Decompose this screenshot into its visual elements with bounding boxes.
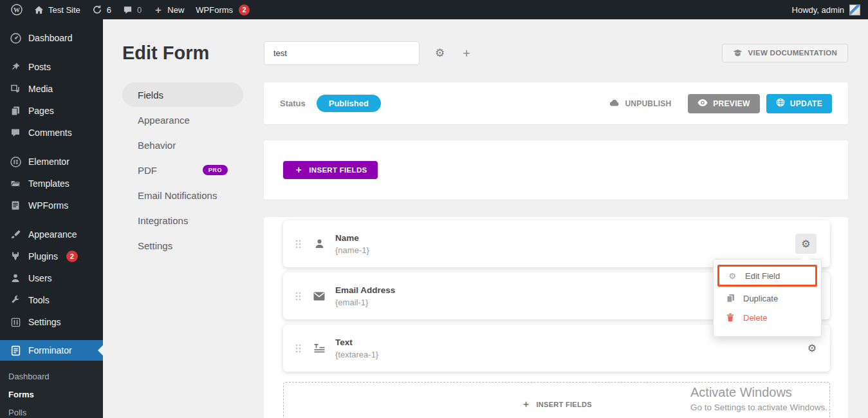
sidebar-item-comments[interactable]: Comments bbox=[0, 122, 103, 144]
update-button[interactable]: UPDATE bbox=[766, 94, 832, 113]
new-content-menu[interactable]: ＋ New bbox=[147, 0, 190, 19]
sidebar-item-label: Posts bbox=[28, 62, 51, 72]
insert-fields-button[interactable]: ＋ INSERT FIELDS bbox=[283, 161, 378, 179]
comments-menu[interactable]: 0 bbox=[117, 0, 147, 19]
tab-fields[interactable]: Fields bbox=[122, 82, 243, 107]
sidebar-item-elementor[interactable]: Elementor bbox=[0, 151, 103, 173]
comments-icon bbox=[9, 128, 22, 138]
field-options-gear-icon[interactable]: ⚙ bbox=[808, 342, 817, 354]
preview-button[interactable]: PREVIEW bbox=[688, 94, 759, 113]
tab-email-notifications[interactable]: Email Notifications bbox=[122, 183, 243, 207]
tab-behavior[interactable]: Behavior bbox=[122, 133, 243, 157]
sidebar-item-label: Elementor bbox=[28, 157, 69, 167]
submenu-item-dashboard[interactable]: Dashboard bbox=[0, 367, 103, 385]
wp-logo-menu[interactable]: W bbox=[5, 0, 28, 19]
unpublish-button[interactable]: UNPUBLISH bbox=[609, 99, 671, 108]
tab-appearance[interactable]: Appearance bbox=[122, 108, 243, 132]
field-list-card: Name {name-1} ⚙ ⚙ Edit Field bbox=[264, 217, 848, 418]
status-bar: Status Published UNPUBLISH PREVIEW bbox=[264, 82, 848, 124]
sidebar-item-posts[interactable]: Posts bbox=[0, 56, 103, 78]
home-icon bbox=[34, 5, 44, 15]
field-row-name: Name {name-1} ⚙ ⚙ Edit Field bbox=[283, 220, 830, 267]
status-label: Status bbox=[280, 99, 306, 108]
elementor-icon bbox=[9, 157, 22, 167]
user-icon bbox=[311, 238, 327, 249]
pages-icon bbox=[9, 106, 22, 116]
sliders-icon bbox=[9, 318, 22, 327]
drag-handle-icon[interactable] bbox=[295, 239, 302, 249]
pin-icon bbox=[9, 62, 22, 72]
sidebar-item-pages[interactable]: Pages bbox=[0, 100, 103, 122]
admin-sidebar: Dashboard Posts Media Pages Comments Ele… bbox=[0, 19, 103, 418]
updates-menu[interactable]: 6 bbox=[86, 0, 117, 19]
sidebar-item-media[interactable]: Media bbox=[0, 78, 103, 100]
sidebar-item-settings[interactable]: Settings bbox=[0, 311, 103, 333]
folder-icon bbox=[9, 178, 22, 189]
sidebar-item-label: Users bbox=[28, 273, 52, 283]
field-label: Text bbox=[335, 337, 378, 347]
site-name-menu[interactable]: Test Site bbox=[28, 0, 86, 19]
sidebar-item-label: Plugins bbox=[28, 251, 58, 261]
sidebar-item-appearance[interactable]: Appearance bbox=[0, 223, 103, 245]
submenu-item-forms[interactable]: Forms bbox=[0, 385, 103, 403]
drag-handle-icon[interactable] bbox=[295, 343, 302, 354]
trash-icon bbox=[726, 313, 735, 322]
unpublish-label: UNPUBLISH bbox=[625, 99, 671, 108]
view-documentation-label: VIEW DOCUMENTATION bbox=[748, 49, 838, 57]
comment-bubble-icon bbox=[123, 5, 133, 15]
sidebar-item-label: Forminator bbox=[28, 345, 72, 356]
sidebar-item-tools[interactable]: Tools bbox=[0, 289, 103, 311]
sidebar-item-forminator[interactable]: Forminator bbox=[0, 340, 103, 361]
edit-field-highlight: ⚙ Edit Field bbox=[717, 265, 817, 287]
page-title: Edit Form bbox=[122, 43, 264, 64]
sidebar-item-label: Pages bbox=[28, 106, 54, 116]
wpforms-icon bbox=[9, 200, 22, 211]
media-icon bbox=[9, 84, 22, 94]
book-icon bbox=[733, 49, 743, 57]
status-published-badge: Published bbox=[317, 95, 381, 112]
tab-settings[interactable]: Settings bbox=[122, 233, 243, 258]
sidebar-item-wpforms[interactable]: WPForms bbox=[0, 195, 103, 216]
menu-item-duplicate[interactable]: Duplicate bbox=[717, 289, 817, 308]
tab-pdf[interactable]: PDF PRO bbox=[122, 158, 243, 182]
menu-item-edit-field[interactable]: ⚙ Edit Field bbox=[719, 267, 815, 285]
page-header: Edit Form ⚙ ＋ VIEW DOCUMENTATION bbox=[103, 19, 868, 71]
comment-count: 0 bbox=[137, 5, 142, 15]
update-label: UPDATE bbox=[790, 99, 822, 108]
insert-fields-dropzone[interactable]: ＋ INSERT FIELDS bbox=[283, 382, 830, 418]
wpforms-label: WPForms bbox=[196, 5, 233, 15]
form-settings-nav: Fields Appearance Behavior PDF PRO Email… bbox=[122, 82, 243, 258]
plus-icon: ＋ bbox=[521, 399, 530, 410]
sidebar-item-users[interactable]: Users bbox=[0, 267, 103, 289]
drag-handle-icon[interactable] bbox=[295, 291, 302, 301]
field-key: {textarea-1} bbox=[335, 350, 378, 359]
updates-icon bbox=[92, 5, 102, 15]
add-form-plus-icon[interactable]: ＋ bbox=[460, 44, 472, 61]
field-options-gear-icon[interactable]: ⚙ bbox=[795, 234, 817, 254]
plus-icon: ＋ bbox=[153, 4, 163, 16]
submenu-item-polls[interactable]: Polls bbox=[0, 403, 103, 418]
preview-label: PREVIEW bbox=[713, 99, 750, 108]
menu-item-delete[interactable]: Delete bbox=[717, 308, 817, 327]
sidebar-item-label: Templates bbox=[28, 178, 69, 189]
new-label: New bbox=[167, 5, 184, 15]
field-label: Name bbox=[335, 233, 369, 243]
form-settings-gear-icon[interactable]: ⚙ bbox=[435, 46, 445, 59]
wpforms-menu[interactable]: WPForms 2 bbox=[190, 0, 255, 19]
insert-fields-card: ＋ INSERT FIELDS bbox=[264, 140, 848, 200]
sidebar-item-plugins[interactable]: Plugins 2 bbox=[0, 245, 103, 267]
sidebar-item-templates[interactable]: Templates bbox=[0, 173, 103, 195]
user-avatar[interactable] bbox=[849, 5, 860, 15]
sidebar-item-label: Appearance bbox=[28, 229, 77, 240]
field-key: {name-1} bbox=[335, 245, 369, 255]
tab-integrations[interactable]: Integrations bbox=[122, 208, 243, 233]
form-name-input[interactable] bbox=[264, 41, 420, 65]
brush-icon bbox=[9, 229, 22, 240]
sidebar-item-dashboard[interactable]: Dashboard bbox=[0, 27, 103, 49]
view-documentation-button[interactable]: VIEW DOCUMENTATION bbox=[722, 44, 849, 62]
howdy-label[interactable]: Howdy, admin bbox=[792, 5, 844, 15]
plugins-update-badge: 2 bbox=[66, 251, 78, 262]
field-key: {email-1} bbox=[335, 298, 395, 307]
forminator-submenu: Dashboard Forms Polls bbox=[0, 361, 103, 418]
site-name-label: Test Site bbox=[48, 5, 80, 15]
